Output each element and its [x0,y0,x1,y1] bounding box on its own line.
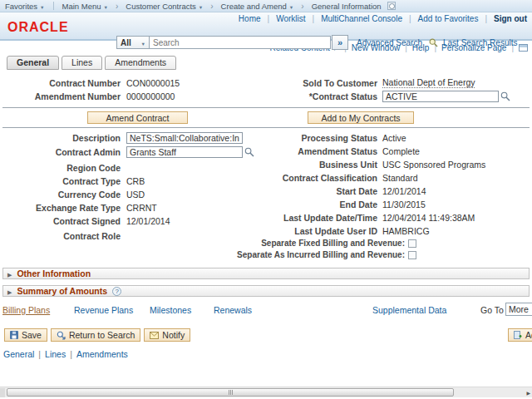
field-value: USD [126,190,145,200]
field-label: End Date [278,200,382,209]
last-update-user-row: Last Update User ID HAMBRICG [278,225,530,236]
region-code-row: Region Code [0,162,278,173]
search-results-icon [429,38,438,47]
search-input[interactable] [150,36,331,49]
field-value: CRB [126,176,145,186]
contract-type-row: Contract Type CRB [0,175,278,186]
separate-fixed-billing-checkbox[interactable] [408,239,416,248]
form-main-block: Description Contract Admin Region Code C… [0,132,532,262]
goto-select[interactable]: More [505,303,532,316]
milestones-link[interactable]: Milestones [150,305,191,315]
currency-code-row: Currency Code USD [0,189,278,200]
other-information-section[interactable]: Other Information [2,268,530,279]
contract-status-input[interactable] [382,91,499,102]
form-header-block: Contract Number CON0000015 Amendment Num… [0,77,532,105]
notify-button[interactable]: Notify [144,328,190,342]
search-go-button[interactable] [332,35,348,50]
horizontal-scrollbar[interactable] [0,387,532,397]
amendment-number-value: 0000000000 [126,91,175,101]
page-zoom-icon[interactable] [387,2,396,10]
scrollbar-left-stub [0,388,5,397]
home-link[interactable]: Home [239,14,276,23]
field-value: Standard [382,173,418,183]
tab-lines[interactable]: Lines [62,56,102,70]
personalize-layout-icon[interactable] [519,44,528,52]
search-scope-select[interactable]: All [116,36,150,49]
description-input[interactable] [126,132,243,144]
add-to-my-contracts-button[interactable]: Add to My Contracts [308,111,414,124]
sign-out-link[interactable]: Sign out [494,14,527,23]
breadcrumb-divider [53,2,54,10]
header-links: Home Worklist MultiChannel Console Add t… [239,14,527,23]
notify-icon [150,332,159,339]
help-icon[interactable] [112,287,121,296]
expand-arrow-icon [7,268,12,278]
billing-plans-link[interactable]: Billing Plans [2,305,50,315]
breadcrumb-separator-icon [293,2,311,11]
separate-incurred-billing-checkbox[interactable] [408,251,416,259]
goto-label: Go To [480,305,504,315]
sold-to-customer-link[interactable]: National Dept of Energy [382,77,475,88]
field-label: Business Unit [278,160,382,170]
field-label: Currency Code [0,190,126,200]
contract-actions: Amend Contract Add to My Contracts [87,111,532,124]
general-link[interactable]: General [3,349,45,359]
add-to-favorites-link[interactable]: Add to Favorites [418,14,494,23]
save-label: Save [22,330,42,340]
field-label: Contract Admin [0,147,126,157]
breadcrumb-customer-contracts[interactable]: Customer Contracts [126,2,203,11]
add-label: Add [525,330,532,340]
summary-of-amounts-section[interactable]: Summary of Amounts [2,285,530,297]
contract-classification-row: Contract Classification Standard [278,172,530,183]
multichannel-console-link[interactable]: MultiChannel Console [321,14,417,23]
add-icon [514,331,522,339]
footer-links: Billing Plans Revenue Plans Milestones R… [0,305,532,318]
start-date-row: Start Date 12/01/2014 [278,185,530,196]
return-to-search-button[interactable]: Return to Search [51,328,140,342]
save-icon [10,331,18,339]
field-label: Contract Signed [0,216,126,226]
revenue-plans-link[interactable]: Revenue Plans [74,305,133,315]
lookup-icon[interactable] [244,147,254,157]
tab-general[interactable]: General [7,56,59,70]
breadcrumb-label: Customer Contracts [126,2,195,11]
field-label: Processing Status [278,133,382,143]
field-value: CRRNT [126,203,157,213]
end-date-row: End Date 11/30/2015 [278,199,530,209]
breadcrumb-label: General Information [312,2,382,11]
supplemental-data-link[interactable]: Supplemental Data [372,305,446,315]
worklist-link[interactable]: Worklist [276,14,321,23]
header: ORACLE Home Worklist MultiChannel Consol… [0,12,532,41]
field-label: Amendment Status [278,146,382,156]
add-button[interactable]: Add [508,328,532,342]
lookup-icon[interactable] [500,91,510,101]
scrollbar-thumb[interactable] [7,388,454,397]
field-label: Region Code [0,163,126,173]
processing-status-row: Processing Status Active [278,132,530,143]
favorites-label: Favorites [5,2,37,11]
field-label: Description [0,133,126,143]
lines-link[interactable]: Lines [45,349,76,359]
description-row: Description [0,132,278,144]
amendment-status-row: Amendment Status Complete [278,145,530,156]
advanced-search-link[interactable]: Advanced Search [357,38,422,47]
amendments-link[interactable]: Amendments [76,349,128,359]
contract-number-value: CON0000015 [126,78,180,88]
save-button[interactable]: Save [4,328,47,342]
amend-contract-button[interactable]: Amend Contract [87,111,188,124]
tab-amendments[interactable]: Amendments [105,56,176,70]
breadcrumb-create-and-amend[interactable]: Create and Amend [221,2,294,11]
field-label: Contract Type [0,176,126,186]
separate-incurred-billing-row: Separate As Incurred Billing and Revenue… [278,250,416,259]
scroll-right-arrow-icon[interactable] [526,390,530,396]
breadcrumb-main-menu[interactable]: Main Menu [62,2,108,11]
contract-role-row: Contract Role [0,230,278,241]
divider [2,127,530,128]
last-search-results-link[interactable]: Last Search Results [443,38,518,47]
breadcrumb-label: Create and Amend [221,2,287,11]
favorites-menu[interactable]: Favorites [5,2,45,11]
field-value: HAMBRICG [382,226,430,236]
breadcrumb: Favorites Main Menu Customer Contracts C… [0,0,532,12]
contract-admin-input[interactable] [126,146,243,158]
renewals-link[interactable]: Renewals [214,305,252,315]
